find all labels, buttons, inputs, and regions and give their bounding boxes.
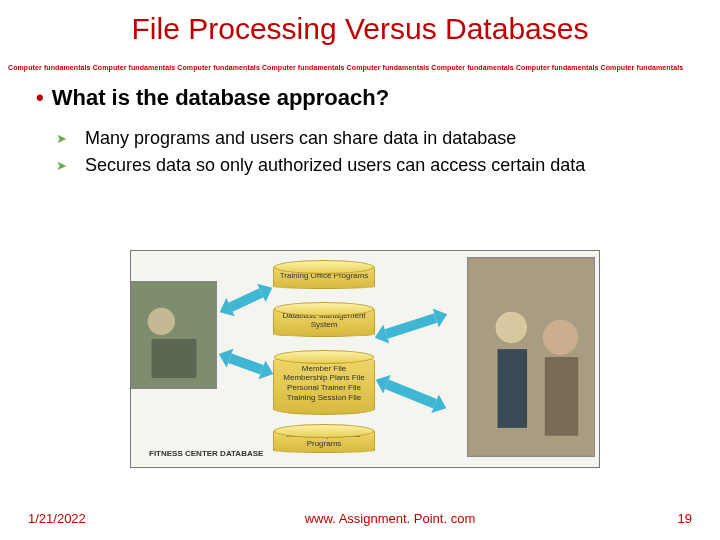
cylinder-label: Membership Counter Programs: [278, 430, 370, 448]
diagram-caption: FITNESS CENTER DATABASE: [149, 449, 263, 458]
bidirectional-arrow-icon: [228, 353, 263, 374]
list-item-text: Many programs and users can share data i…: [85, 127, 516, 150]
slide-footer: 1/21/2022 www. Assignment. Point. com 19: [0, 511, 720, 526]
database-diagram: Training Office Programs Database Manage…: [130, 250, 600, 468]
slide-title: File Processing Versus Databases: [0, 0, 720, 46]
cylinder-label: Member File Membership Plans File Person…: [283, 364, 364, 402]
footer-date: 1/21/2022: [28, 511, 148, 526]
cylinder-dbms: Database Management System: [273, 307, 375, 337]
watermark-line: Computer fundamentals Computer fundament…: [0, 46, 720, 79]
svg-point-1: [148, 308, 175, 335]
footer-site: www. Assignment. Point. com: [148, 511, 632, 526]
bullet-dot-icon: •: [36, 85, 44, 110]
list-item-text: Secures data so only authorized users ca…: [85, 154, 585, 177]
cylinder-files: Member File Membership Plans File Person…: [273, 355, 375, 415]
svg-point-4: [496, 312, 528, 344]
main-bullet: •What is the database approach?: [0, 79, 720, 127]
chevron-right-icon: ➤: [56, 131, 67, 148]
list-item: ➤ Many programs and users can share data…: [56, 127, 720, 150]
cylinder-label: Database Management System: [278, 311, 370, 329]
cylinder-label: Training Office Programs: [280, 271, 368, 280]
svg-rect-7: [545, 357, 578, 436]
photo-office: [131, 281, 217, 389]
bidirectional-arrow-icon: [228, 288, 263, 311]
sub-bullet-list: ➤ Many programs and users can share data…: [0, 127, 720, 178]
footer-page-number: 19: [632, 511, 692, 526]
bidirectional-arrow-icon: [385, 380, 437, 409]
main-bullet-text: What is the database approach?: [52, 85, 389, 110]
bidirectional-arrow-icon: [385, 313, 438, 339]
svg-rect-6: [498, 349, 528, 428]
list-item: ➤ Secures data so only authorized users …: [56, 154, 720, 177]
chevron-right-icon: ➤: [56, 158, 67, 175]
svg-point-5: [543, 320, 578, 355]
photo-gym: [467, 257, 595, 457]
cylinder-training-office: Training Office Programs: [273, 265, 375, 289]
svg-rect-2: [152, 339, 197, 378]
cylinder-counter: Membership Counter Programs: [273, 429, 375, 453]
